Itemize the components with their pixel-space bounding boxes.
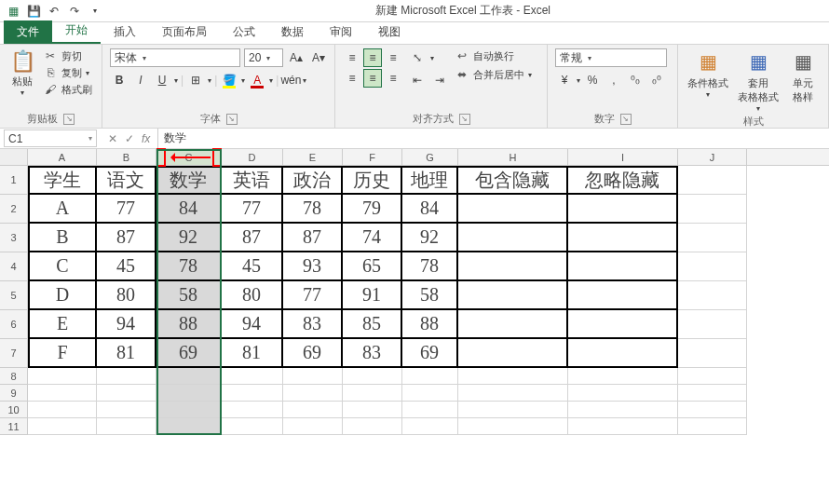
column-header-I[interactable]: I: [568, 149, 678, 165]
cell[interactable]: 92: [402, 224, 458, 252]
tab-1[interactable]: 插入: [101, 20, 149, 44]
row-header[interactable]: 10: [0, 402, 28, 418]
cell[interactable]: [156, 368, 222, 385]
fx-icon[interactable]: fx: [142, 132, 150, 145]
italic-button[interactable]: I: [131, 71, 150, 89]
cell[interactable]: [568, 195, 678, 224]
cell[interactable]: 学生: [28, 166, 97, 195]
cell[interactable]: 语文: [97, 166, 156, 195]
cell[interactable]: [283, 385, 343, 402]
cell[interactable]: [222, 418, 283, 435]
cell[interactable]: 87: [222, 224, 283, 252]
cell[interactable]: 85: [343, 310, 402, 339]
font-name-select[interactable]: 宋体▾: [110, 48, 240, 67]
cell[interactable]: [28, 368, 97, 385]
cell[interactable]: 88: [156, 310, 222, 339]
align-right-icon[interactable]: ≡: [384, 69, 402, 88]
cell[interactable]: [678, 368, 747, 385]
cell[interactable]: 81: [97, 339, 156, 368]
cell[interactable]: [97, 385, 156, 402]
tab-file[interactable]: 文件: [4, 20, 52, 44]
column-header-B[interactable]: B: [97, 149, 156, 165]
cell[interactable]: [568, 339, 678, 368]
cell[interactable]: 91: [343, 281, 402, 310]
cell-styles-button[interactable]: ▦单元 格样: [786, 48, 820, 104]
cell[interactable]: [458, 224, 568, 252]
paste-button[interactable]: 📋 粘贴 ▾: [7, 48, 37, 97]
column-header-D[interactable]: D: [222, 149, 283, 165]
cell[interactable]: 58: [156, 281, 222, 310]
clipboard-launcher-icon[interactable]: ↘: [63, 114, 75, 125]
cell[interactable]: 94: [222, 310, 283, 339]
cell[interactable]: 88: [402, 310, 458, 339]
comma-icon[interactable]: ,: [605, 71, 623, 89]
column-header-F[interactable]: F: [343, 149, 402, 165]
alignment-launcher-icon[interactable]: ↘: [459, 114, 470, 125]
format-as-table-button[interactable]: ▦套用 表格格式▾: [736, 48, 781, 113]
cell[interactable]: [458, 252, 568, 281]
cell[interactable]: [97, 402, 156, 418]
cell[interactable]: [156, 385, 222, 402]
number-format-select[interactable]: 常规▾: [555, 48, 667, 67]
cell[interactable]: [568, 224, 678, 252]
save-icon[interactable]: 💾: [26, 4, 41, 19]
cell[interactable]: [156, 402, 222, 418]
row-header[interactable]: 6: [0, 310, 28, 339]
cell[interactable]: 87: [97, 224, 156, 252]
column-header-A[interactable]: A: [28, 149, 97, 165]
column-header-H[interactable]: H: [458, 149, 568, 165]
row-header[interactable]: 8: [0, 368, 28, 385]
wrap-text-button[interactable]: ↩自动换行: [455, 48, 532, 63]
cell[interactable]: [568, 310, 678, 339]
copy-button[interactable]: ⎘复制▾: [43, 65, 92, 80]
cell[interactable]: 78: [402, 252, 458, 281]
column-header-E[interactable]: E: [283, 149, 343, 165]
cell[interactable]: [156, 418, 222, 435]
decrease-decimal-icon[interactable]: ₀⁰: [647, 71, 666, 89]
cell[interactable]: 79: [343, 195, 402, 224]
cell[interactable]: 65: [343, 252, 402, 281]
cell[interactable]: [678, 252, 747, 281]
cell[interactable]: [343, 385, 402, 402]
cell[interactable]: [402, 385, 458, 402]
cell[interactable]: [283, 418, 343, 435]
cell[interactable]: [28, 418, 97, 435]
cell[interactable]: 58: [402, 281, 458, 310]
cell[interactable]: 78: [156, 252, 222, 281]
increase-font-icon[interactable]: A▴: [287, 48, 306, 67]
cell[interactable]: 历史: [343, 166, 402, 195]
format-painter-button[interactable]: 🖌格式刷: [43, 82, 92, 97]
cell[interactable]: B: [28, 224, 97, 252]
column-header-C[interactable]: C: [156, 149, 222, 165]
cell[interactable]: [343, 368, 402, 385]
cell[interactable]: [568, 368, 678, 385]
align-center-icon[interactable]: ≡: [363, 69, 382, 88]
percent-icon[interactable]: %: [583, 71, 602, 89]
cell[interactable]: F: [28, 339, 97, 368]
cell[interactable]: 83: [283, 310, 343, 339]
cell[interactable]: [678, 402, 747, 418]
align-top-icon[interactable]: ≡: [343, 48, 361, 67]
cell[interactable]: [458, 339, 568, 368]
underline-button[interactable]: U: [153, 71, 171, 89]
row-header[interactable]: 1: [0, 166, 28, 195]
tab-0[interactable]: 开始: [52, 19, 101, 44]
tab-3[interactable]: 公式: [220, 20, 268, 44]
cell[interactable]: [568, 281, 678, 310]
select-all-corner[interactable]: [0, 149, 28, 165]
cut-button[interactable]: ✂剪切: [43, 48, 92, 63]
cell[interactable]: 93: [283, 252, 343, 281]
bold-button[interactable]: B: [110, 71, 129, 89]
cell[interactable]: 数学: [156, 166, 222, 195]
cell[interactable]: [343, 418, 402, 435]
cell[interactable]: [678, 385, 747, 402]
cell[interactable]: [28, 385, 97, 402]
number-launcher-icon[interactable]: ↘: [620, 114, 632, 125]
cell[interactable]: [678, 310, 747, 339]
cell[interactable]: [222, 368, 283, 385]
column-header-G[interactable]: G: [402, 149, 458, 165]
cell[interactable]: [458, 310, 568, 339]
cell[interactable]: [678, 195, 747, 224]
row-header[interactable]: 2: [0, 195, 28, 224]
cell[interactable]: [568, 402, 678, 418]
